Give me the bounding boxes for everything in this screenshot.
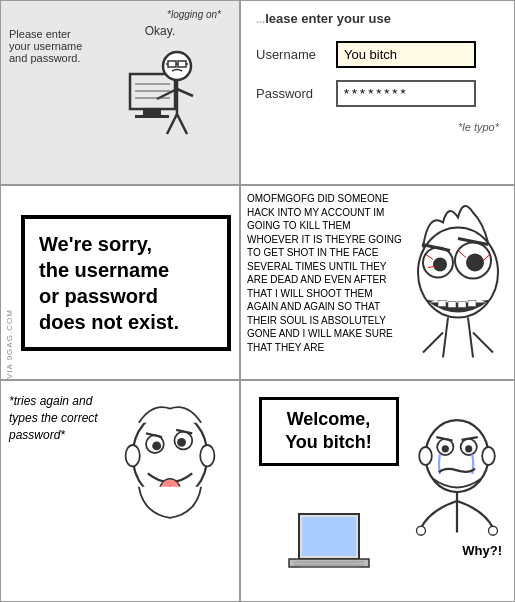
cell-rage: OMOFMGOFG DID SOMEONE HACK INTO MY ACCOU…: [240, 185, 515, 380]
cell-login-form: ...lease enter your use Username You bit…: [240, 0, 515, 185]
cell-login-prompt: *logging on* Please enter your username …: [0, 0, 240, 185]
svg-rect-48: [302, 517, 356, 556]
typo-note: *le typo*: [256, 121, 499, 133]
cell-tries-again: *tries again and types the correct passw…: [0, 380, 240, 602]
svg-rect-2: [135, 115, 169, 118]
error-box: We're sorry, the username or password do…: [21, 215, 231, 351]
svg-line-35: [473, 333, 493, 353]
svg-point-21: [466, 254, 484, 272]
why-text: Why?!: [462, 543, 502, 568]
svg-point-39: [152, 441, 161, 450]
svg-rect-29: [448, 302, 456, 308]
svg-line-34: [423, 333, 443, 353]
svg-point-60: [419, 447, 432, 465]
svg-point-40: [177, 438, 186, 447]
okay-text: Okay.: [145, 24, 175, 38]
svg-point-56: [442, 445, 449, 452]
username-input[interactable]: You bitch: [336, 41, 476, 68]
stick-figure-at-computer: [115, 44, 205, 154]
svg-rect-1: [143, 109, 161, 115]
svg-rect-30: [458, 302, 466, 308]
password-label: Password: [256, 86, 336, 101]
svg-point-57: [465, 445, 472, 452]
watermark: VIA 9GAG.COM: [5, 186, 14, 379]
svg-rect-28: [438, 301, 446, 307]
derp-face-container: [109, 389, 231, 549]
svg-rect-31: [468, 301, 476, 307]
cell-error-message: VIA 9GAG.COM We're sorry, the username o…: [0, 185, 240, 380]
password-input[interactable]: ********: [336, 80, 476, 107]
welcome-computer-icon: [279, 509, 379, 589]
welcome-box: Welcome, You bitch!: [259, 397, 399, 466]
svg-point-46: [200, 445, 214, 466]
svg-point-63: [417, 526, 426, 535]
rage-face-icon: [408, 192, 508, 373]
svg-line-32: [443, 318, 448, 358]
rage-text: OMOFMGOFG DID SOMEONE HACK INTO MY ACCOU…: [247, 192, 408, 373]
derp-face-icon: [115, 389, 225, 549]
svg-point-45: [126, 445, 140, 466]
tries-again-text: *tries again and types the correct passw…: [9, 389, 109, 443]
svg-rect-49: [289, 559, 369, 567]
form-title: ...lease enter your use: [256, 11, 499, 26]
svg-point-20: [433, 258, 447, 272]
svg-line-11: [177, 89, 193, 96]
svg-line-13: [177, 114, 187, 134]
welcome-line2: You bitch!: [276, 431, 382, 454]
svg-line-33: [468, 318, 473, 358]
login-prompt-text: Please enter your username and password.: [9, 28, 82, 64]
cell-welcome: Welcome, You bitch!: [240, 380, 515, 602]
username-label: Username: [256, 47, 336, 62]
error-text: We're sorry, the username or password do…: [39, 231, 213, 335]
svg-point-3: [163, 52, 191, 80]
welcome-line1: Welcome,: [276, 408, 382, 431]
svg-point-61: [482, 447, 495, 465]
logging-on-label: *logging on*: [167, 9, 221, 20]
svg-point-64: [489, 526, 498, 535]
